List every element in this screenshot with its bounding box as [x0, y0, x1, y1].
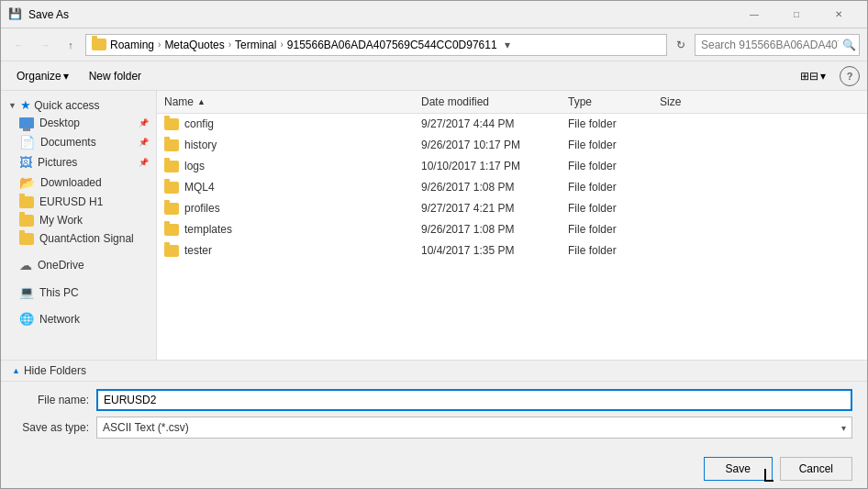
file-row-tester[interactable]: tester 10/4/2017 1:35 PM File folder: [157, 240, 867, 261]
filetype-chevron-icon: ▾: [841, 423, 846, 433]
sidebar-item-downloaded[interactable]: 📂 Downloaded: [1, 172, 156, 193]
sidebar-item-label-mywork: My Work: [39, 214, 83, 227]
file-list-header: Name ▲ Date modified Type Size: [157, 91, 867, 114]
file-name-templates: templates: [184, 223, 232, 236]
window-icon: 💾: [8, 7, 23, 22]
file-type-logs: File folder: [561, 158, 652, 174]
file-row-config[interactable]: config 9/27/2017 4:44 PM File folder: [157, 114, 867, 135]
network-icon: 🌐: [19, 312, 34, 326]
file-type-tester: File folder: [561, 242, 652, 259]
sidebar-item-thispc[interactable]: 💻 This PC: [1, 283, 156, 302]
filetype-select[interactable]: ASCII Text (*.csv) ▾: [96, 417, 852, 439]
file-row-history[interactable]: history 9/26/2017 10:17 PM File folder: [157, 135, 867, 156]
hide-folders-bar[interactable]: ▲ Hide Folders: [1, 361, 867, 381]
file-row-logs[interactable]: logs 10/10/2017 1:17 PM File folder: [157, 156, 867, 177]
sidebar-item-eurusdh1[interactable]: EURUSD H1: [1, 193, 156, 211]
window-title: Save As: [28, 8, 69, 21]
sort-arrow-icon: ▲: [197, 97, 206, 106]
path-folder-icon: [92, 39, 106, 50]
view-button[interactable]: ⊞⊟ ▾: [794, 66, 832, 86]
file-name-mql4: MQL4: [184, 181, 215, 194]
organize-button[interactable]: Organize ▾: [8, 66, 77, 86]
back-button[interactable]: ←: [8, 34, 30, 56]
maximize-button[interactable]: □: [775, 1, 818, 28]
file-type-mql4: File folder: [561, 179, 652, 195]
column-header-type[interactable]: Type: [561, 93, 652, 111]
view-chevron-icon: ▾: [820, 70, 826, 83]
sidebar-item-label-quantaction: QuantAction Signal: [39, 232, 134, 245]
new-folder-button[interactable]: New folder: [81, 66, 150, 86]
button-row: Save Cancel: [1, 451, 867, 488]
address-chevron-icon[interactable]: ▾: [505, 39, 510, 51]
file-type-profiles: File folder: [561, 200, 652, 217]
quick-access-star-icon: ★: [20, 98, 31, 112]
search-input[interactable]: [701, 39, 839, 51]
file-size-templates: [652, 228, 726, 231]
downloaded-icon: 📂: [19, 175, 35, 190]
address-segment-metaquotes[interactable]: MetaQuotes: [164, 39, 224, 51]
desktop-icon: [19, 117, 34, 128]
column-header-date[interactable]: Date modified: [414, 93, 561, 111]
form-area: File name: Save as type: ASCII Text (*.c…: [1, 382, 867, 451]
cancel-button[interactable]: Cancel: [780, 457, 852, 481]
pin-icon-pictures: 📌: [139, 158, 149, 167]
help-button[interactable]: ?: [840, 66, 860, 86]
sidebar-item-quantaction[interactable]: QuantAction Signal: [1, 229, 156, 248]
folder-icon-templates: [164, 224, 179, 236]
sidebar-item-onedrive[interactable]: ☁ OneDrive: [1, 255, 156, 275]
refresh-button[interactable]: ↻: [671, 35, 691, 55]
folder-icon-history: [164, 139, 179, 151]
quantaction-folder-icon: [19, 233, 34, 245]
file-date-config: 9/27/2017 4:44 PM: [414, 116, 561, 132]
save-button[interactable]: Save: [704, 457, 773, 481]
sidebar-item-label-desktop: Desktop: [39, 117, 80, 129]
sidebar-item-label-documents: Documents: [40, 136, 96, 149]
file-size-logs: [652, 164, 726, 168]
file-row-templates[interactable]: templates 9/26/2017 1:08 PM File folder: [157, 219, 867, 240]
file-size-history: [652, 143, 726, 147]
file-row-mql4[interactable]: MQL4 9/26/2017 1:08 PM File folder: [157, 177, 867, 198]
filename-label: File name:: [16, 394, 89, 406]
view-icon: ⊞⊟: [800, 70, 818, 83]
file-type-history: File folder: [561, 137, 652, 153]
file-date-templates: 9/26/2017 1:08 PM: [414, 221, 561, 238]
mywork-folder-icon: [19, 215, 34, 227]
quick-access-label: Quick access: [34, 99, 99, 112]
file-type-templates: File folder: [561, 221, 652, 238]
column-header-size[interactable]: Size: [652, 93, 726, 111]
address-segment-roaming[interactable]: Roaming: [110, 39, 154, 51]
minimize-button[interactable]: —: [733, 1, 775, 28]
file-list[interactable]: Name ▲ Date modified Type Size config: [157, 91, 867, 360]
address-toolbar: ← → ↑ Roaming › MetaQuotes › Terminal › …: [1, 28, 867, 61]
organize-toolbar: Organize ▾ New folder ⊞⊟ ▾ ?: [1, 61, 867, 91]
forward-button[interactable]: →: [34, 34, 56, 56]
quick-access-header[interactable]: ▼ ★ Quick access: [1, 94, 156, 114]
column-header-name[interactable]: Name ▲: [157, 93, 414, 111]
filename-input[interactable]: [96, 389, 852, 411]
address-segment-guid[interactable]: 915566BA06ADA407569C544CC0D97611: [287, 39, 497, 51]
file-row-profiles[interactable]: profiles 9/27/2017 4:21 PM File folder: [157, 198, 867, 219]
sidebar-item-pictures[interactable]: 🖼 Pictures 📌: [1, 152, 156, 172]
folder-icon-tester: [164, 245, 179, 257]
address-bar[interactable]: Roaming › MetaQuotes › Terminal › 915566…: [85, 34, 667, 56]
sidebar-item-desktop[interactable]: Desktop 📌: [1, 114, 156, 132]
folder-icon-profiles: [164, 203, 179, 215]
file-size-mql4: [652, 185, 726, 189]
pictures-icon: 🖼: [19, 155, 32, 170]
file-name-history: history: [184, 139, 217, 151]
up-button[interactable]: ↑: [60, 34, 82, 56]
sidebar-item-label-network: Network: [39, 313, 80, 326]
eurusdh1-folder-icon: [19, 196, 34, 208]
organize-chevron-icon: ▾: [63, 70, 69, 83]
file-size-profiles: [652, 206, 726, 210]
sidebar-item-documents[interactable]: 📄 Documents 📌: [1, 132, 156, 152]
close-button[interactable]: ✕: [818, 1, 860, 28]
onedrive-icon: ☁: [19, 258, 32, 272]
search-box[interactable]: 🔍: [695, 34, 860, 56]
sidebar-item-network[interactable]: 🌐 Network: [1, 309, 156, 328]
file-date-history: 9/26/2017 10:17 PM: [414, 137, 561, 153]
file-name-logs: logs: [184, 160, 205, 172]
sidebar-item-mywork[interactable]: My Work: [1, 211, 156, 229]
address-segment-terminal[interactable]: Terminal: [235, 39, 276, 51]
hide-folders-label: Hide Folders: [24, 364, 86, 377]
